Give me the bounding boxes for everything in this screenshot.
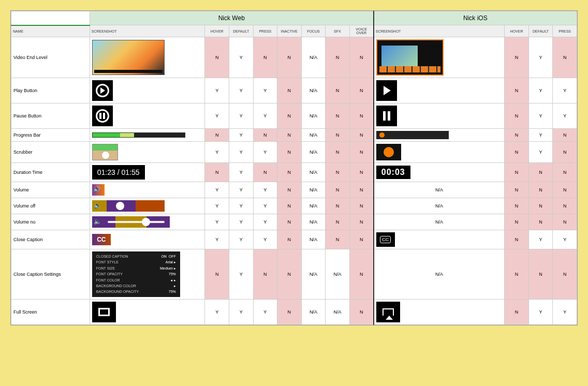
value-cell[interactable]: N xyxy=(326,78,350,103)
screenshot-cell-ios[interactable] xyxy=(374,142,505,163)
screenshot-cell-web[interactable] xyxy=(90,78,205,103)
value-cell[interactable]: N xyxy=(277,129,302,142)
value-cell[interactable]: N xyxy=(553,142,577,163)
value-cell[interactable]: N xyxy=(326,230,350,249)
value-cell[interactable]: N xyxy=(505,182,529,198)
value-cell[interactable]: N xyxy=(205,37,229,78)
row-name[interactable]: Close Caption xyxy=(11,230,90,249)
screenshot-cell-web[interactable] xyxy=(90,182,205,198)
value-cell[interactable]: N/A xyxy=(326,249,350,300)
screenshot-cell-web[interactable] xyxy=(90,142,205,163)
value-cell[interactable]: Y xyxy=(205,198,229,214)
screenshot-cell-ios[interactable]: 00:03 xyxy=(374,163,505,182)
value-cell[interactable]: Y xyxy=(528,142,553,163)
value-cell[interactable]: N xyxy=(553,129,577,142)
value-cell[interactable]: N xyxy=(349,78,374,103)
value-cell[interactable]: Y xyxy=(528,78,553,103)
value-cell[interactable]: Y xyxy=(253,182,277,198)
row-name[interactable]: Play Button xyxy=(11,78,90,103)
value-cell[interactable]: Y xyxy=(205,78,229,103)
value-cell[interactable]: Y xyxy=(229,37,253,78)
value-cell[interactable]: N xyxy=(349,198,374,214)
value-cell[interactable]: Y xyxy=(553,230,577,249)
value-cell[interactable]: Y xyxy=(229,182,253,198)
value-cell[interactable]: Y xyxy=(253,103,277,129)
value-cell[interactable]: N xyxy=(528,249,553,300)
value-cell[interactable]: N/A xyxy=(301,37,326,78)
value-cell[interactable]: N xyxy=(553,249,577,300)
value-cell[interactable]: Y xyxy=(528,103,553,129)
value-cell[interactable]: N xyxy=(505,249,529,300)
screenshot-cell-ios[interactable] xyxy=(374,129,505,142)
value-cell[interactable]: Y xyxy=(229,103,253,129)
value-cell[interactable]: N xyxy=(505,198,529,214)
screenshot-cell-web[interactable]: 01:23 / 01:55 xyxy=(90,163,205,182)
value-cell[interactable]: N xyxy=(505,300,529,325)
screenshot-cell-web[interactable] xyxy=(90,103,205,129)
value-cell[interactable]: N/A xyxy=(301,78,326,103)
value-cell[interactable]: N/A xyxy=(301,142,326,163)
value-cell[interactable]: N xyxy=(505,163,529,182)
value-cell[interactable]: Y xyxy=(229,214,253,230)
value-cell[interactable]: Y xyxy=(229,163,253,182)
value-cell[interactable]: N xyxy=(253,37,277,78)
value-cell[interactable]: Y xyxy=(528,129,553,142)
value-cell[interactable]: N xyxy=(505,142,529,163)
value-cell[interactable]: Y xyxy=(253,198,277,214)
value-cell[interactable]: N/A xyxy=(301,249,326,300)
screenshot-cell-ios[interactable]: N/A xyxy=(374,249,505,300)
value-cell[interactable]: Y xyxy=(229,249,253,300)
value-cell[interactable]: N/A xyxy=(326,300,350,325)
value-cell[interactable]: Y xyxy=(205,142,229,163)
value-cell[interactable]: Y xyxy=(553,300,577,325)
value-cell[interactable]: N/A xyxy=(301,129,326,142)
value-cell[interactable]: N xyxy=(326,163,350,182)
value-cell[interactable]: Y xyxy=(253,300,277,325)
value-cell[interactable]: N xyxy=(277,182,302,198)
value-cell[interactable]: N xyxy=(349,37,374,78)
value-cell[interactable]: Y xyxy=(205,103,229,129)
value-cell[interactable]: Y xyxy=(229,230,253,249)
value-cell[interactable]: N xyxy=(528,182,553,198)
value-cell[interactable]: N xyxy=(349,182,374,198)
value-cell[interactable]: N xyxy=(349,230,374,249)
value-cell[interactable]: N xyxy=(277,142,302,163)
value-cell[interactable]: Y xyxy=(528,300,553,325)
row-name[interactable]: Pause Button xyxy=(11,103,90,129)
row-name[interactable]: Scrubber xyxy=(11,142,90,163)
value-cell[interactable]: N xyxy=(326,214,350,230)
value-cell[interactable]: N/A xyxy=(301,198,326,214)
screenshot-cell-web[interactable] xyxy=(90,129,205,142)
value-cell[interactable]: Y xyxy=(253,230,277,249)
value-cell[interactable]: N xyxy=(553,163,577,182)
value-cell[interactable]: N xyxy=(553,37,577,78)
value-cell[interactable]: N xyxy=(349,142,374,163)
value-cell[interactable]: Y xyxy=(253,78,277,103)
screenshot-cell-web[interactable]: CC xyxy=(90,230,205,249)
value-cell[interactable]: N xyxy=(277,300,302,325)
value-cell[interactable]: N xyxy=(349,129,374,142)
value-cell[interactable]: N xyxy=(326,129,350,142)
screenshot-cell-web[interactable] xyxy=(90,300,205,325)
value-cell[interactable]: N xyxy=(326,182,350,198)
value-cell[interactable]: N xyxy=(277,249,302,300)
row-name[interactable]: Full Screen xyxy=(11,300,90,325)
value-cell[interactable]: N xyxy=(505,214,529,230)
row-name[interactable]: Close Caption Settings xyxy=(11,249,90,300)
value-cell[interactable]: Y xyxy=(229,142,253,163)
value-cell[interactable]: Y xyxy=(528,230,553,249)
value-cell[interactable]: N xyxy=(505,78,529,103)
value-cell[interactable]: Y xyxy=(553,103,577,129)
value-cell[interactable]: N xyxy=(277,214,302,230)
value-cell[interactable]: N/A xyxy=(301,163,326,182)
row-name[interactable]: Progress Bar xyxy=(11,129,90,142)
value-cell[interactable]: N/A xyxy=(301,214,326,230)
row-name[interactable]: Volume no xyxy=(11,214,90,230)
value-cell[interactable]: N/A xyxy=(301,230,326,249)
value-cell[interactable]: N xyxy=(326,103,350,129)
row-name[interactable]: Duration Time xyxy=(11,163,90,182)
value-cell[interactable]: N xyxy=(505,37,529,78)
value-cell[interactable]: Y xyxy=(229,78,253,103)
value-cell[interactable]: N xyxy=(205,249,229,300)
value-cell[interactable]: N xyxy=(326,198,350,214)
